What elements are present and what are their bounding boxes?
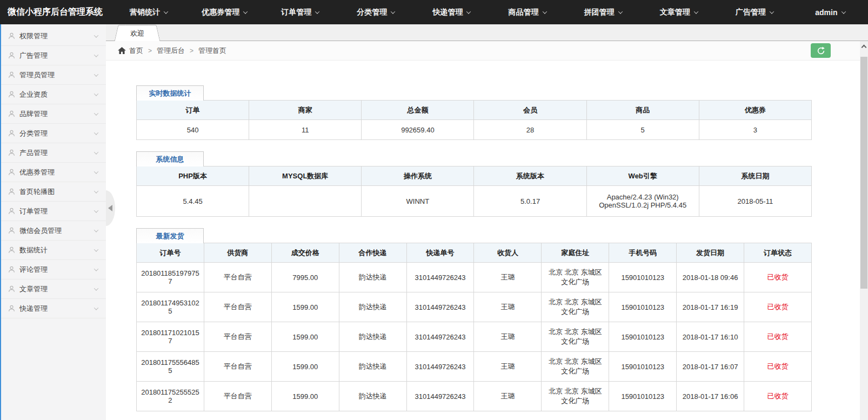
nav-item-2[interactable]: 订单管理 (262, 0, 338, 24)
table-header-row: 订单号供货商成交价格合作快递快递单号收货人家庭住址手机号码发货日期订单状态 (137, 243, 812, 263)
table-cell: 北京 北京 东城区 文化广场 (542, 292, 609, 322)
table-cell: 2018-05-11 (699, 186, 811, 217)
nav-item-7[interactable]: 文章管理 (641, 0, 717, 24)
breadcrumb-item-0[interactable]: 首页 (129, 46, 143, 56)
table-cell: 2018-01-17 16:06 (677, 382, 744, 411)
sidebar-item-12[interactable]: 评论管理 (1, 260, 106, 279)
table-cell: 3101449726243 (406, 322, 474, 352)
refresh-button[interactable] (811, 43, 831, 58)
main-layout: 权限管理广告管理管理员管理企业资质品牌管理分类管理产品管理优惠券管理首页轮播图订… (0, 24, 868, 420)
table-cell: 11 (249, 120, 362, 140)
nav-item-1[interactable]: 优惠券管理 (186, 0, 262, 24)
tab-welcome[interactable]: 欢迎 (120, 25, 155, 41)
column-header: 手机号码 (609, 243, 677, 263)
chevron-down-icon (94, 72, 98, 76)
nav-item-5[interactable]: 商品管理 (489, 0, 565, 24)
sidebar-item-14[interactable]: 快递管理 (1, 299, 106, 318)
table-cell: 北京 北京 东城区 文化广场 (542, 322, 609, 352)
person-icon (8, 285, 15, 292)
column-header: 家庭住址 (542, 243, 609, 263)
section-title-shipping: 最新发货 (136, 228, 204, 243)
sidebar-item-3[interactable]: 企业资质 (1, 85, 106, 104)
table-row: 5.4.45WINNT5.0.17Apache/2.4.23 (Win32) O… (137, 186, 812, 217)
table-cell: 韵达快递 (339, 263, 406, 292)
person-icon (8, 169, 15, 176)
chevron-down-icon (466, 9, 471, 14)
table-cell: 已收货 (744, 263, 812, 292)
sidebar-item-8[interactable]: 首页轮播图 (1, 182, 106, 202)
table-cell: 1599.00 (271, 322, 339, 352)
sidebar-item-7[interactable]: 优惠券管理 (1, 163, 106, 182)
column-header: 商家 (249, 101, 362, 120)
chevron-down-icon (94, 33, 98, 37)
column-header: 订单状态 (744, 243, 812, 263)
breadcrumb-item-1[interactable]: 管理后台 (157, 46, 185, 56)
sidebar-item-6[interactable]: 产品管理 (1, 143, 106, 163)
sidebar-item-5[interactable]: 分类管理 (1, 124, 106, 143)
sidebar-item-13[interactable]: 文章管理 (1, 279, 106, 299)
table-cell: 北京 北京 东城区 文化广场 (542, 382, 609, 411)
sidebar-item-label: 管理员管理 (19, 70, 55, 80)
nav-item-8[interactable]: 广告管理 (717, 0, 792, 24)
chevron-down-icon (542, 9, 546, 14)
table-cell: 2018011755564855 (137, 352, 204, 382)
column-header: 优惠券 (699, 101, 811, 120)
breadcrumb-bar: 首页>管理后台>管理首页 (106, 41, 868, 61)
table-cell: 王璐 (474, 322, 542, 352)
navbar-menu: 营销统计优惠券管理订单管理分类管理快递管理商品管理拼团管理文章管理广告管理adm… (111, 0, 868, 24)
sidebar-item-2[interactable]: 管理员管理 (1, 65, 106, 85)
sidebar-item-11[interactable]: 数据统计 (1, 241, 106, 260)
table-cell: 540 (137, 120, 249, 140)
nav-item-3[interactable]: 分类管理 (338, 0, 413, 24)
table-cell: 2018-01-18 09:46 (677, 263, 744, 292)
nav-item-0[interactable]: 营销统计 (111, 0, 186, 24)
breadcrumb-item-2: 管理首页 (198, 46, 226, 56)
content-column: 欢迎 首页>管理后台>管理首页 实时数据统计 订单商家总金额会员商品优惠券5 (106, 24, 868, 420)
chevron-down-icon (841, 9, 845, 14)
sidebar-item-10[interactable]: 微信会员管理 (1, 221, 106, 241)
sidebar-item-0[interactable]: 权限管理 (1, 26, 106, 46)
scroll-up-arrow[interactable] (860, 41, 868, 53)
sidebar-item-9[interactable]: 订单管理 (1, 202, 106, 221)
column-header: 商品 (586, 101, 699, 120)
chevron-down-icon (693, 9, 698, 14)
chevron-down-icon (94, 305, 98, 310)
sidebar-item-label: 优惠券管理 (19, 168, 55, 177)
nav-item-4[interactable]: 快递管理 (413, 0, 489, 24)
table-cell: 15901010123 (609, 263, 677, 292)
nav-user-menu[interactable]: admin (792, 0, 868, 24)
table-cell: 北京 北京 东城区 文化广场 (542, 263, 609, 292)
table-cell: 3101449726243 (406, 382, 474, 411)
chevron-down-icon (243, 9, 248, 14)
sidebar-item-4[interactable]: 品牌管理 (1, 104, 106, 124)
person-icon (8, 130, 15, 137)
sidebar-item-label: 评论管理 (19, 265, 48, 275)
table-cell: 平台自营 (204, 352, 271, 382)
chevron-down-icon (94, 111, 98, 115)
person-icon (8, 188, 15, 195)
nav-item-label: 分类管理 (357, 8, 387, 17)
table-cell: 3101449726243 (406, 352, 474, 382)
table-cell: 王璐 (474, 263, 542, 292)
chevron-down-icon (94, 247, 98, 251)
nav-item-label: 订单管理 (281, 8, 311, 17)
chevron-down-icon (94, 150, 98, 154)
table-cell: 992659.40 (362, 120, 474, 140)
breadcrumb-separator: > (190, 47, 193, 55)
chevron-down-icon (391, 9, 395, 14)
sidebar-menu: 权限管理广告管理管理员管理企业资质品牌管理分类管理产品管理优惠券管理首页轮播图订… (1, 26, 106, 318)
table-cell: 韵达快递 (339, 352, 406, 382)
nav-item-label: 拼团管理 (584, 8, 615, 17)
sidebar-item-label: 广告管理 (19, 51, 48, 61)
sidebar: 权限管理广告管理管理员管理企业资质品牌管理分类管理产品管理优惠券管理首页轮播图订… (0, 24, 106, 420)
scrollbar-thumb[interactable] (860, 57, 867, 289)
breadcrumb-separator: > (148, 47, 152, 55)
column-header: 系统日期 (699, 166, 811, 186)
sidebar-item-label: 企业资质 (19, 90, 48, 99)
vertical-scrollbar[interactable] (860, 41, 868, 420)
sidebar-item-1[interactable]: 广告管理 (1, 46, 106, 65)
table-cell: 已收货 (744, 292, 812, 322)
nav-item-6[interactable]: 拼团管理 (565, 0, 641, 24)
table-cell: 15901010123 (609, 322, 677, 352)
chevron-down-icon (94, 189, 98, 193)
